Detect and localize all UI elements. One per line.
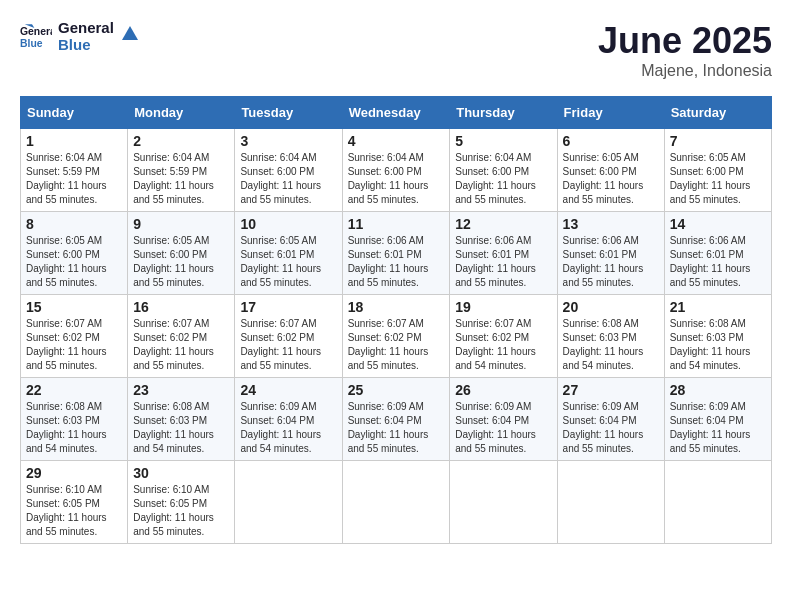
calendar-cell: 15Sunrise: 6:07 AMSunset: 6:02 PMDayligh… (21, 295, 128, 378)
calendar-cell: 17Sunrise: 6:07 AMSunset: 6:02 PMDayligh… (235, 295, 342, 378)
cell-info: Sunrise: 6:05 AMSunset: 6:01 PMDaylight:… (240, 234, 336, 290)
calendar-cell: 2Sunrise: 6:04 AMSunset: 5:59 PMDaylight… (128, 129, 235, 212)
header-cell-friday: Friday (557, 97, 664, 129)
month-title: June 2025 (598, 20, 772, 62)
cell-info: Sunrise: 6:05 AMSunset: 6:00 PMDaylight:… (26, 234, 122, 290)
header-cell-sunday: Sunday (21, 97, 128, 129)
calendar-cell: 11Sunrise: 6:06 AMSunset: 6:01 PMDayligh… (342, 212, 450, 295)
week-row-5: 29Sunrise: 6:10 AMSunset: 6:05 PMDayligh… (21, 461, 772, 544)
calendar-cell (664, 461, 771, 544)
calendar-table: SundayMondayTuesdayWednesdayThursdayFrid… (20, 96, 772, 544)
calendar-cell: 22Sunrise: 6:08 AMSunset: 6:03 PMDayligh… (21, 378, 128, 461)
calendar-cell: 25Sunrise: 6:09 AMSunset: 6:04 PMDayligh… (342, 378, 450, 461)
header-cell-tuesday: Tuesday (235, 97, 342, 129)
calendar-cell: 27Sunrise: 6:09 AMSunset: 6:04 PMDayligh… (557, 378, 664, 461)
calendar-cell: 26Sunrise: 6:09 AMSunset: 6:04 PMDayligh… (450, 378, 557, 461)
day-number: 7 (670, 133, 766, 149)
svg-text:Blue: Blue (20, 38, 43, 49)
cell-info: Sunrise: 6:08 AMSunset: 6:03 PMDaylight:… (670, 317, 766, 373)
cell-info: Sunrise: 6:05 AMSunset: 6:00 PMDaylight:… (670, 151, 766, 207)
day-number: 30 (133, 465, 229, 481)
day-number: 10 (240, 216, 336, 232)
day-number: 2 (133, 133, 229, 149)
calendar-cell: 24Sunrise: 6:09 AMSunset: 6:04 PMDayligh… (235, 378, 342, 461)
calendar-cell (557, 461, 664, 544)
calendar-cell: 28Sunrise: 6:09 AMSunset: 6:04 PMDayligh… (664, 378, 771, 461)
calendar-cell (450, 461, 557, 544)
calendar-cell: 12Sunrise: 6:06 AMSunset: 6:01 PMDayligh… (450, 212, 557, 295)
logo-line1: General (58, 20, 114, 37)
page-header: General Blue General Blue June 2025 Maje… (20, 20, 772, 80)
header-cell-monday: Monday (128, 97, 235, 129)
day-number: 24 (240, 382, 336, 398)
logo-line2: Blue (58, 37, 114, 54)
day-number: 21 (670, 299, 766, 315)
cell-info: Sunrise: 6:04 AMSunset: 6:00 PMDaylight:… (240, 151, 336, 207)
calendar-cell (342, 461, 450, 544)
day-number: 17 (240, 299, 336, 315)
day-number: 25 (348, 382, 445, 398)
calendar-cell: 30Sunrise: 6:10 AMSunset: 6:05 PMDayligh… (128, 461, 235, 544)
day-number: 3 (240, 133, 336, 149)
cell-info: Sunrise: 6:10 AMSunset: 6:05 PMDaylight:… (26, 483, 122, 539)
calendar-cell: 4Sunrise: 6:04 AMSunset: 6:00 PMDaylight… (342, 129, 450, 212)
calendar-cell: 29Sunrise: 6:10 AMSunset: 6:05 PMDayligh… (21, 461, 128, 544)
cell-info: Sunrise: 6:09 AMSunset: 6:04 PMDaylight:… (240, 400, 336, 456)
calendar-cell (235, 461, 342, 544)
cell-info: Sunrise: 6:08 AMSunset: 6:03 PMDaylight:… (133, 400, 229, 456)
calendar-cell: 6Sunrise: 6:05 AMSunset: 6:00 PMDaylight… (557, 129, 664, 212)
cell-info: Sunrise: 6:06 AMSunset: 6:01 PMDaylight:… (348, 234, 445, 290)
day-number: 19 (455, 299, 551, 315)
day-number: 26 (455, 382, 551, 398)
header-cell-thursday: Thursday (450, 97, 557, 129)
cell-info: Sunrise: 6:06 AMSunset: 6:01 PMDaylight:… (455, 234, 551, 290)
cell-info: Sunrise: 6:07 AMSunset: 6:02 PMDaylight:… (240, 317, 336, 373)
calendar-cell: 5Sunrise: 6:04 AMSunset: 6:00 PMDaylight… (450, 129, 557, 212)
calendar-cell: 13Sunrise: 6:06 AMSunset: 6:01 PMDayligh… (557, 212, 664, 295)
cell-info: Sunrise: 6:07 AMSunset: 6:02 PMDaylight:… (26, 317, 122, 373)
day-number: 4 (348, 133, 445, 149)
cell-info: Sunrise: 6:05 AMSunset: 6:00 PMDaylight:… (563, 151, 659, 207)
cell-info: Sunrise: 6:08 AMSunset: 6:03 PMDaylight:… (563, 317, 659, 373)
day-number: 8 (26, 216, 122, 232)
location-subtitle: Majene, Indonesia (598, 62, 772, 80)
cell-info: Sunrise: 6:09 AMSunset: 6:04 PMDaylight:… (348, 400, 445, 456)
calendar-cell: 20Sunrise: 6:08 AMSunset: 6:03 PMDayligh… (557, 295, 664, 378)
calendar-cell: 3Sunrise: 6:04 AMSunset: 6:00 PMDaylight… (235, 129, 342, 212)
cell-info: Sunrise: 6:04 AMSunset: 6:00 PMDaylight:… (348, 151, 445, 207)
header-row: SundayMondayTuesdayWednesdayThursdayFrid… (21, 97, 772, 129)
week-row-4: 22Sunrise: 6:08 AMSunset: 6:03 PMDayligh… (21, 378, 772, 461)
week-row-2: 8Sunrise: 6:05 AMSunset: 6:00 PMDaylight… (21, 212, 772, 295)
logo-icon: General Blue (20, 21, 52, 53)
day-number: 13 (563, 216, 659, 232)
day-number: 12 (455, 216, 551, 232)
calendar-cell: 1Sunrise: 6:04 AMSunset: 5:59 PMDaylight… (21, 129, 128, 212)
calendar-cell: 8Sunrise: 6:05 AMSunset: 6:00 PMDaylight… (21, 212, 128, 295)
title-block: June 2025 Majene, Indonesia (598, 20, 772, 80)
calendar-cell: 23Sunrise: 6:08 AMSunset: 6:03 PMDayligh… (128, 378, 235, 461)
cell-info: Sunrise: 6:06 AMSunset: 6:01 PMDaylight:… (563, 234, 659, 290)
svg-marker-3 (122, 26, 138, 40)
day-number: 16 (133, 299, 229, 315)
day-number: 29 (26, 465, 122, 481)
calendar-cell: 21Sunrise: 6:08 AMSunset: 6:03 PMDayligh… (664, 295, 771, 378)
cell-info: Sunrise: 6:07 AMSunset: 6:02 PMDaylight:… (455, 317, 551, 373)
day-number: 18 (348, 299, 445, 315)
calendar-cell: 7Sunrise: 6:05 AMSunset: 6:00 PMDaylight… (664, 129, 771, 212)
day-number: 14 (670, 216, 766, 232)
svg-text:General: General (20, 26, 52, 37)
header-cell-wednesday: Wednesday (342, 97, 450, 129)
week-row-1: 1Sunrise: 6:04 AMSunset: 5:59 PMDaylight… (21, 129, 772, 212)
cell-info: Sunrise: 6:09 AMSunset: 6:04 PMDaylight:… (563, 400, 659, 456)
cell-info: Sunrise: 6:05 AMSunset: 6:00 PMDaylight:… (133, 234, 229, 290)
day-number: 27 (563, 382, 659, 398)
calendar-cell: 14Sunrise: 6:06 AMSunset: 6:01 PMDayligh… (664, 212, 771, 295)
day-number: 20 (563, 299, 659, 315)
day-number: 23 (133, 382, 229, 398)
cell-info: Sunrise: 6:06 AMSunset: 6:01 PMDaylight:… (670, 234, 766, 290)
day-number: 28 (670, 382, 766, 398)
calendar-cell: 10Sunrise: 6:05 AMSunset: 6:01 PMDayligh… (235, 212, 342, 295)
week-row-3: 15Sunrise: 6:07 AMSunset: 6:02 PMDayligh… (21, 295, 772, 378)
cell-info: Sunrise: 6:09 AMSunset: 6:04 PMDaylight:… (670, 400, 766, 456)
calendar-cell: 9Sunrise: 6:05 AMSunset: 6:00 PMDaylight… (128, 212, 235, 295)
